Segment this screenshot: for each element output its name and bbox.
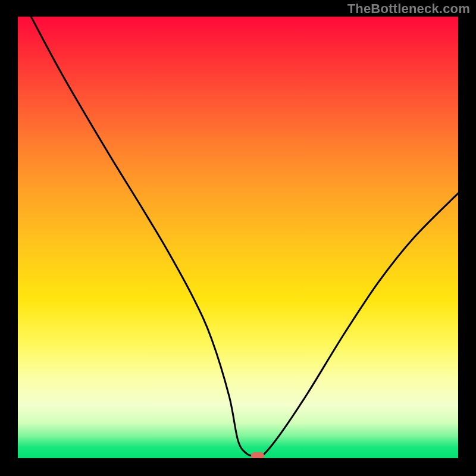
bottleneck-chart: TheBottleneck.com: [0, 0, 476, 476]
optimal-point-marker: [251, 452, 264, 458]
watermark-text: TheBottleneck.com: [347, 1, 470, 17]
curve-svg: [18, 17, 458, 458]
plot-area: [18, 17, 458, 458]
bottleneck-curve-path: [31, 17, 458, 456]
